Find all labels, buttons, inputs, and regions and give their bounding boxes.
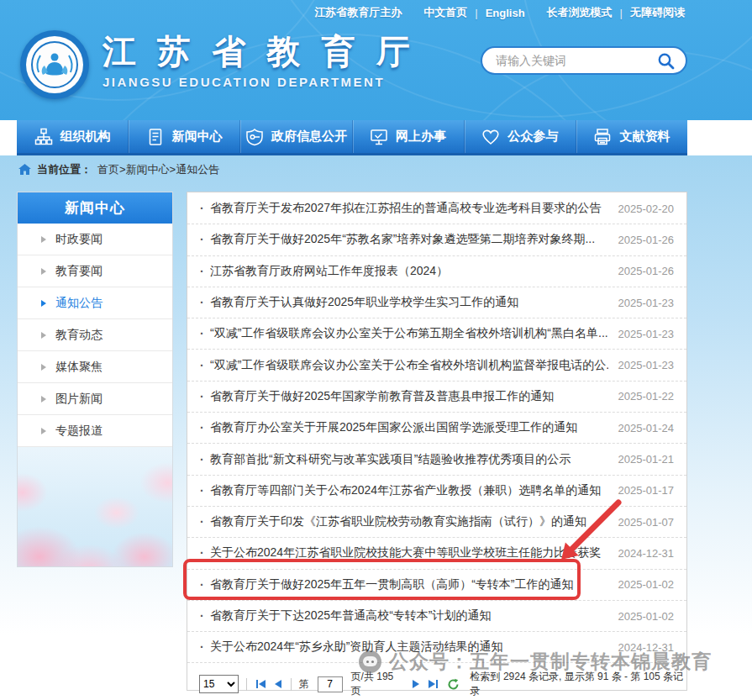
news-row: ·省教育厅关于做好2025年国家学前教育普及普惠县申报工作的通知2025-01-…: [187, 382, 686, 413]
search-icon[interactable]: [655, 50, 676, 71]
site-header: 江苏省教育厅主办 中文首页 | English 长者浏览模式 | 无障碍阅读: [0, 0, 752, 120]
news-title-link[interactable]: 教育部首批“新文科研究与改革实践项目”结题验收推荐优秀项目的公示: [210, 452, 608, 467]
news-title-link[interactable]: 省教育厅关于下达2025年普通高校“专转本”计划的通知: [210, 608, 608, 624]
topbar-chinese-home-link[interactable]: 中文首页: [423, 5, 467, 20]
sidebar: 新闻中心 时政要闻教育要闻通知公告教育动态媒体聚焦图片新闻专题报道: [17, 192, 173, 567]
documents-icon: [593, 128, 612, 146]
news-title-link[interactable]: 江苏省教育厅政府网站工作年度报表（2024）: [210, 264, 608, 279]
news-title-link[interactable]: 省教育厅关于做好2025年“苏教名家”培养对象遴选暨第二期培养对象终期...: [210, 232, 608, 247]
list-bullet: ·: [200, 453, 210, 466]
nav-item-6[interactable]: 文献资料: [576, 120, 687, 153]
news-row: ·省教育厅关于印发《江苏省职业院校劳动教育实施指南（试行）》的通知2025-01…: [187, 507, 686, 538]
last-page-button[interactable]: [427, 680, 439, 688]
site-subtitle: JIANGSU EDUCATION DEPARTMENT: [103, 75, 416, 89]
nav-item-label: 公众参与: [507, 129, 558, 145]
list-bullet: ·: [200, 578, 210, 592]
list-bullet: ·: [200, 421, 210, 434]
prev-page-button[interactable]: [273, 680, 283, 688]
list-bullet: ·: [200, 515, 210, 529]
news-date: 2025-01-07: [618, 516, 675, 529]
pagination-bar: 15 第 页/共 195 页 检索到 2924 条记录, 显示第 91 条 - …: [187, 663, 686, 698]
records-info: 检索到 2924 条记录, 显示第 91 条 - 第 105 条记录: [471, 670, 686, 698]
news-row: ·教育部首批“新文科研究与改革实践项目”结题验收推荐优秀项目的公示2025-01…: [187, 444, 686, 475]
search-input[interactable]: [496, 54, 655, 67]
list-bullet: ·: [200, 546, 210, 560]
first-page-button[interactable]: [255, 680, 267, 688]
sidebar-item-label: 专题报道: [55, 424, 103, 439]
topbar-english-link[interactable]: English: [486, 7, 525, 19]
nav-item-label: 文献资料: [619, 129, 670, 145]
page-number-input[interactable]: [318, 676, 343, 692]
page-label-before: 第: [299, 677, 309, 692]
site-logo-area: 江 苏 省 教 育 厅 JIANGSU EDUCATION DEPARTMENT: [20, 30, 416, 99]
topbar: 江苏省教育厅主办 中文首页 | English 长者浏览模式 | 无障碍阅读: [0, 0, 752, 25]
topbar-elder-mode-link[interactable]: 长者浏览模式: [547, 5, 613, 20]
nav-item-label: 网上办事: [396, 129, 446, 145]
news-title-link[interactable]: “双减”工作省级联席会议办公室关于公布第五期全省校外培训机构“黑白名单...: [210, 326, 608, 341]
sidebar-item-3[interactable]: 通知公告: [18, 287, 172, 319]
sidebar-item-5[interactable]: 媒体聚焦: [18, 351, 172, 383]
news-title-link[interactable]: 省教育厅关于发布2027年拟在江苏招生的普通高校专业选考科目要求的公告: [210, 201, 608, 216]
list-bullet: ·: [200, 233, 210, 246]
news-row: ·省教育厅关于下达2025年普通高校“专转本”计划的通知2025-01-02: [187, 601, 686, 632]
page-label-after: 页/共 195 页: [351, 670, 405, 698]
online-services-icon: [370, 128, 388, 146]
home-icon: [18, 164, 31, 176]
breadcrumb-label: 当前位置：: [37, 162, 92, 177]
sidebar-item-6[interactable]: 图片新闻: [18, 383, 172, 415]
triangle-bullet-icon: [41, 268, 46, 275]
news-title-link[interactable]: 省教育厅关于做好2025年五年一贯制高职（高师）“专转本”工作的通知: [210, 577, 608, 592]
triangle-bullet-icon: [41, 236, 46, 243]
news-title-link[interactable]: 关于公布2024年江苏省职业院校技能大赛中等职业学校班主任能力比赛获奖: [210, 545, 608, 561]
news-title-link[interactable]: 省教育厅关于认真做好2025年职业学校学生实习工作的通知: [210, 295, 608, 310]
news-date: 2025-01-24: [618, 422, 675, 434]
news-date: 2025-01-23: [618, 297, 675, 309]
list-bullet: ·: [200, 484, 210, 497]
page-size-select[interactable]: 15: [199, 675, 239, 693]
topbar-separator: |: [475, 7, 477, 19]
nav-item-3[interactable]: 政府信息公开: [239, 120, 351, 153]
news-date: 2025-02-20: [618, 203, 675, 215]
news-row: ·省教育厅关于认真做好2025年职业学校学生实习工作的通知2025-01-23: [187, 287, 686, 318]
refresh-icon[interactable]: [447, 678, 460, 691]
news-date: 2025-01-23: [618, 328, 675, 340]
topbar-host-link[interactable]: 江苏省教育厅主办: [314, 5, 402, 20]
topbar-accessibility-link[interactable]: 无障碍阅读: [630, 5, 685, 20]
news-title-link[interactable]: 省教育厅办公室关于开展2025年国家公派出国留学选派受理工作的通知: [210, 420, 608, 435]
news-row: ·省教育厅关于发布2027年拟在江苏招生的普通高校专业选考科目要求的公告2025…: [187, 193, 686, 224]
news-title-link[interactable]: 关于公布2024年“苏乡永助”资助育人主题活动结果的通知: [210, 639, 608, 655]
nav-item-5[interactable]: 公众参与: [464, 120, 576, 153]
sidebar-item-2[interactable]: 教育要闻: [18, 255, 172, 287]
next-page-button[interactable]: [411, 680, 421, 688]
search-bar: [481, 46, 687, 75]
sidebar-item-label: 媒体聚焦: [55, 360, 103, 375]
sidebar-item-4[interactable]: 教育动态: [18, 319, 172, 351]
magnolia-flower-image: [18, 447, 172, 566]
sidebar-item-7[interactable]: 专题报道: [18, 415, 172, 447]
sidebar-item-label: 图片新闻: [55, 392, 103, 407]
news-date: 2024-12-31: [618, 641, 675, 654]
news-date: 2025-01-22: [618, 390, 675, 403]
news-row: ·省教育厅等四部门关于公布2024年江苏省产业教授（兼职）选聘名单的通知2025…: [187, 476, 686, 507]
triangle-bullet-icon: [41, 332, 46, 339]
sidebar-item-label: 教育动态: [55, 328, 103, 343]
breadcrumb-path[interactable]: 首页>新闻中心>通知公告: [97, 162, 219, 177]
sidebar-item-1[interactable]: 时政要闻: [18, 224, 172, 255]
news-date: 2025-01-17: [618, 484, 675, 497]
news-date: 2025-01-02: [618, 578, 675, 591]
news-icon: [146, 128, 165, 146]
news-title-link[interactable]: 省教育厅等四部门关于公布2024年江苏省产业教授（兼职）选聘名单的通知: [210, 483, 608, 498]
news-row: ·关于公布2024年江苏省职业院校技能大赛中等职业学校班主任能力比赛获奖2024…: [187, 538, 686, 569]
news-title-link[interactable]: 省教育厅关于印发《江苏省职业院校劳动教育实施指南（试行）》的通知: [210, 514, 608, 529]
info-disclosure-icon: [245, 128, 264, 146]
list-bullet: ·: [200, 359, 210, 372]
news-title-link[interactable]: 省教育厅关于做好2025年国家学前教育普及普惠县申报工作的通知: [210, 389, 608, 404]
news-title-link[interactable]: “双减”工作省级联席会议办公室关于公布全省校外培训机构监督举报电话的公...: [210, 358, 608, 373]
triangle-bullet-icon: [41, 428, 46, 434]
nav-item-4[interactable]: 网上办事: [352, 120, 464, 153]
triangle-bullet-icon: [41, 364, 46, 371]
list-bullet: ·: [200, 265, 210, 278]
nav-item-1[interactable]: 组织机构: [17, 120, 128, 153]
news-row: ·关于公布2024年“苏乡永助”资助育人主题活动结果的通知2024-12-31: [187, 632, 686, 663]
nav-item-2[interactable]: 新闻中心: [128, 120, 239, 153]
